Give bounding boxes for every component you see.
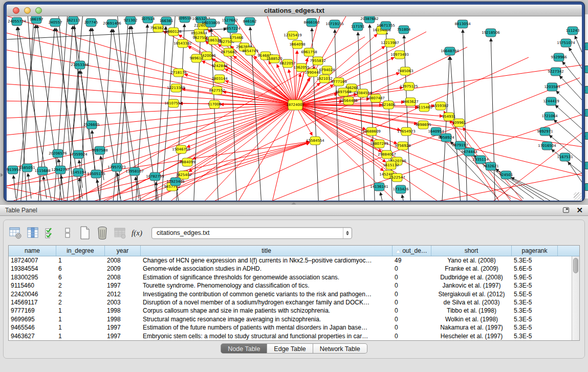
cell-pagerank: 5.3E-5 xyxy=(512,323,558,332)
float-panel-icon[interactable] xyxy=(563,207,569,213)
table-row[interactable]: 946362711997Embryonic stem cells: a mode… xyxy=(9,332,572,340)
graph-node-label: 109961 xyxy=(452,121,466,125)
graph-node-label: 6961758 xyxy=(301,50,317,54)
network-view-window[interactable]: citations_edges.txt 79638228860128891293… xyxy=(4,2,584,201)
graph-node-label: 16648784 xyxy=(441,49,459,53)
table-toolbar: f(x) citations_edges.txt xyxy=(8,224,580,242)
graph-node-label: 9898695 xyxy=(415,123,431,127)
close-panel-icon[interactable]: ✕ xyxy=(576,206,583,214)
column-header-name[interactable]: name xyxy=(9,246,56,256)
select-all-button[interactable] xyxy=(43,226,57,240)
table-type-tabs: Node TableEdge TableNetwork Table xyxy=(4,343,584,354)
cell-title: Disruption of a novel member of a sodium… xyxy=(141,298,393,307)
graph-node-label: 111243 xyxy=(566,29,580,33)
cell-out_de: 0 xyxy=(393,298,431,307)
table-row[interactable]: 969969511998Structural magnetic resonanc… xyxy=(9,315,572,323)
background-graph-node: 9245 xyxy=(584,183,588,191)
graph-node-label: 8813054 xyxy=(454,22,471,26)
edge-marker xyxy=(1,173,3,177)
cell-name: 18724007 xyxy=(9,256,56,265)
graph-node-label: 1864098 xyxy=(289,42,305,47)
graph-node-label: 240557 xyxy=(49,20,62,25)
vertical-scrollbar[interactable] xyxy=(572,256,579,340)
graph-node-label: 9756928 xyxy=(395,144,410,148)
table-row[interactable]: 946554611997Estimation of the future num… xyxy=(9,323,572,332)
table-row[interactable]: 911546021997Tourette syndrome. Phenomeno… xyxy=(9,281,572,290)
scrollbar-thumb[interactable] xyxy=(573,258,578,273)
graph-node-label: 9329966 xyxy=(551,55,567,59)
graph-node-label: 21053346 xyxy=(71,63,89,67)
table-row[interactable]: 1830029562008Estimation of significance … xyxy=(9,273,572,281)
cell-out_de: 0 xyxy=(393,315,431,323)
unselect-all-button[interactable] xyxy=(60,226,74,240)
graph-node-label: 6822057 xyxy=(279,61,295,65)
graph-node-label: 15584554 xyxy=(306,139,324,143)
column-header-pagerank[interactable]: pagerank xyxy=(512,246,558,256)
table-row[interactable]: 1456911722003Disruption of a novel membe… xyxy=(9,298,572,307)
graph-node-label: 8860128 xyxy=(165,30,181,34)
graph-node-label: 175466 xyxy=(230,36,244,40)
cell-year: 2012 xyxy=(105,290,141,298)
column-header-out_de[interactable]: out_de… xyxy=(393,246,431,256)
cell-title: Changes of HCN gene expression and I(f) … xyxy=(141,256,393,265)
tab-network-table[interactable]: Network Table xyxy=(313,343,367,354)
graph-node-label: 20387682 xyxy=(360,17,379,21)
graph-node-label: 19384554 xyxy=(354,91,372,95)
cell-short: Yano et al. (2008) xyxy=(431,256,512,265)
graph-node-label: 20691406 xyxy=(103,21,121,26)
graph-node-label: 1640954 xyxy=(428,129,444,134)
cell-name: 9115460 xyxy=(9,281,56,290)
table-row[interactable]: 2242004622012Investigating the contribut… xyxy=(9,290,572,298)
graph-node-label: 29884067 xyxy=(378,152,396,157)
graph-node-label: 17654923 xyxy=(397,129,416,134)
cell-year: 1997 xyxy=(105,332,141,340)
cell-name: 9777169 xyxy=(9,307,56,315)
graph-node-label: 7825402 xyxy=(176,173,191,177)
graph-node-label: 1244419 xyxy=(543,99,559,103)
table-row[interactable]: 1938455462009Genome-wide association stu… xyxy=(9,265,572,273)
graph-node-label: 7857224 xyxy=(224,27,241,31)
column-header-short[interactable]: short xyxy=(431,246,512,256)
graph-node-label: 6497568 xyxy=(335,90,351,94)
network-canvas[interactable]: 7963822886012889129342226053898275051654… xyxy=(7,16,582,201)
delete-table-button[interactable] xyxy=(95,226,109,240)
window-titlebar[interactable]: citations_edges.txt xyxy=(7,5,582,16)
resize-grip[interactable] xyxy=(574,192,581,200)
close-window-icon[interactable] xyxy=(13,7,19,14)
cell-out_de: 0 xyxy=(393,290,431,298)
table-row[interactable]: 977716911998Corpus callosum shape and si… xyxy=(9,307,572,315)
table-row[interactable]: 1872400712008Changes of HCN gene express… xyxy=(9,256,572,265)
panel-title: Table Panel xyxy=(5,207,563,214)
table-select-dropdown[interactable]: citations_edges.txt xyxy=(151,227,352,239)
column-header-title[interactable]: title xyxy=(141,246,393,256)
column-header-in_degree[interactable]: in_degree xyxy=(56,246,105,256)
graph-node-label: 1559382 xyxy=(432,104,448,108)
tab-node-table[interactable]: Node Table xyxy=(221,343,267,354)
cell-in_degree: 1 xyxy=(56,256,105,265)
splitter-caret-icon[interactable] xyxy=(291,202,296,205)
tab-edge-table[interactable]: Edge Table xyxy=(267,343,313,354)
cell-title: Investigating the contribution of common… xyxy=(141,290,393,298)
new-table-button[interactable] xyxy=(78,226,92,240)
graph-node-label: 2935114 xyxy=(472,158,489,162)
graph-node-label: 13505135 xyxy=(87,172,105,176)
graph-node-label: 2803144 xyxy=(211,77,228,81)
function-builder-button[interactable]: f(x) xyxy=(130,226,144,240)
graph-node-label: 6585051 xyxy=(19,166,35,170)
zoom-window-icon[interactable] xyxy=(35,7,42,14)
cell-short: Hescheler et al. (1997) xyxy=(431,332,512,340)
cell-short: Nakamura et al. (1997) xyxy=(431,323,512,332)
graph-node-label: 6879197 xyxy=(452,143,468,147)
citation-network-graph: 7963822886012889129342226053898275051654… xyxy=(7,16,582,201)
graph-node-label: 1588520 xyxy=(266,57,282,61)
select-columns-button[interactable] xyxy=(26,226,39,240)
cell-year: 1998 xyxy=(105,315,141,323)
window-title: citations_edges.txt xyxy=(7,7,582,14)
cell-name: 9463627 xyxy=(9,332,56,340)
graph-node-label: 166381 xyxy=(160,19,173,23)
column-header-year[interactable]: year xyxy=(105,246,141,256)
minimize-window-icon[interactable] xyxy=(24,7,31,14)
graph-node-label: 9884099 xyxy=(179,160,195,164)
table-settings-button[interactable] xyxy=(8,226,22,240)
graph-node-label: 1115688 xyxy=(34,169,50,173)
